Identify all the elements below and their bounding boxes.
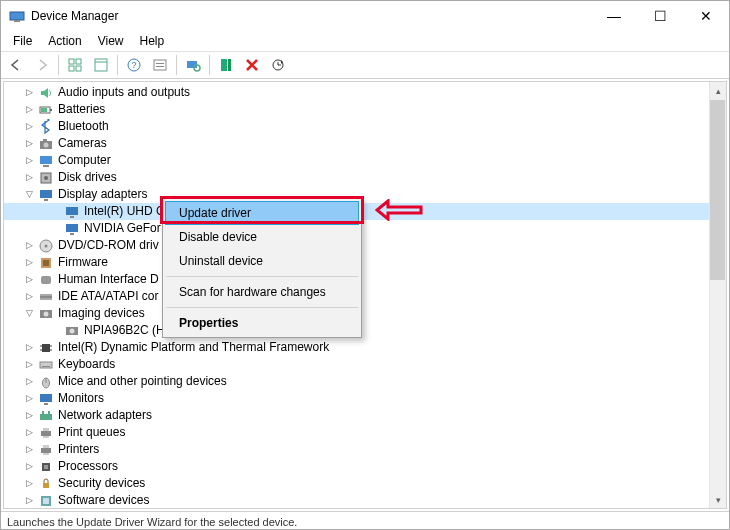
svg-point-42 [44, 311, 49, 316]
expand-icon[interactable]: ▷ [24, 291, 35, 302]
menu-uninstall-device[interactable]: Uninstall device [165, 249, 359, 273]
audio-icon [38, 85, 54, 101]
device-category[interactable]: ▷Computer [4, 152, 726, 169]
help-icon[interactable]: ? [122, 53, 146, 77]
svg-rect-19 [50, 109, 52, 111]
expand-icon[interactable]: ▷ [24, 172, 35, 183]
expand-icon[interactable]: ▷ [24, 121, 35, 132]
software-icon [38, 493, 54, 509]
net-icon [38, 408, 54, 424]
expand-icon[interactable]: ▷ [24, 444, 35, 455]
menu-view[interactable]: View [90, 32, 132, 50]
device-category[interactable]: ▽Imaging devices [4, 305, 726, 322]
expand-icon[interactable]: ▷ [24, 138, 35, 149]
device-category[interactable]: ▷Audio inputs and outputs [4, 84, 726, 101]
svg-rect-30 [66, 207, 78, 215]
device-category[interactable]: ▽Display adapters [4, 186, 726, 203]
expand-icon[interactable]: ▷ [24, 376, 35, 387]
device-category[interactable]: ▷Security devices [4, 475, 726, 492]
menu-scan-hardware[interactable]: Scan for hardware changes [165, 280, 359, 304]
device-category[interactable]: ▷Printers [4, 441, 726, 458]
scroll-down-icon[interactable]: ▾ [710, 491, 727, 508]
expand-icon[interactable]: ▷ [24, 410, 35, 421]
scroll-thumb[interactable] [710, 100, 725, 280]
device-category[interactable]: ▷Network adapters [4, 407, 726, 424]
device-category[interactable]: ▷IDE ATA/ATAPI cor [4, 288, 726, 305]
device-category[interactable]: ▷Software devices [4, 492, 726, 509]
window-controls: — ☐ ✕ [591, 1, 729, 31]
svg-rect-59 [41, 431, 51, 436]
expand-icon[interactable]: ▷ [24, 274, 35, 285]
status-text: Launches the Update Driver Wizard for th… [7, 516, 297, 528]
device-category[interactable]: ▷Intel(R) Dynamic Platform and Thermal F… [4, 339, 726, 356]
device-category[interactable]: ▷DVD/CD-ROM driv [4, 237, 726, 254]
device-category[interactable]: ▷Cameras [4, 135, 726, 152]
menu-action[interactable]: Action [40, 32, 89, 50]
menu-file[interactable]: File [5, 32, 40, 50]
expand-icon[interactable]: ▷ [24, 104, 35, 115]
close-button[interactable]: ✕ [683, 1, 729, 31]
expand-icon[interactable]: ▽ [24, 308, 35, 319]
expand-icon[interactable]: ▷ [24, 393, 35, 404]
tree-item-label: Security devices [58, 475, 145, 492]
device-item[interactable]: NVIDIA GeFor [4, 220, 726, 237]
menu-disable-device[interactable]: Disable device [165, 225, 359, 249]
titlebar[interactable]: Device Manager — ☐ ✕ [1, 1, 729, 31]
svg-rect-61 [43, 436, 49, 438]
forward-button[interactable] [30, 53, 54, 77]
tree-item-label: Human Interface D [58, 271, 159, 288]
expand-icon[interactable]: ▷ [24, 257, 35, 268]
scan-hardware-icon[interactable] [181, 53, 205, 77]
device-category[interactable]: ▷Human Interface D [4, 271, 726, 288]
device-category[interactable]: ▷Monitors [4, 390, 726, 407]
svg-rect-38 [41, 276, 51, 284]
device-category[interactable]: ▷Disk drives [4, 169, 726, 186]
device-item[interactable]: Intel(R) UHD G [4, 203, 726, 220]
device-category[interactable]: ▷Processors [4, 458, 726, 475]
expand-icon[interactable]: ▷ [24, 427, 35, 438]
expand-icon[interactable]: ▷ [24, 155, 35, 166]
uninstall-icon[interactable] [240, 53, 264, 77]
update-driver-icon[interactable] [266, 53, 290, 77]
device-item[interactable]: NPIA96B2C (H. [4, 322, 726, 339]
menu-separator [166, 307, 358, 308]
expand-icon[interactable]: ▷ [24, 240, 35, 251]
device-category[interactable]: ▷Batteries [4, 101, 726, 118]
toolbar-icon[interactable] [148, 53, 172, 77]
expand-icon[interactable]: ▷ [24, 342, 35, 353]
svg-rect-66 [44, 465, 48, 469]
separator [117, 55, 118, 75]
device-tree[interactable]: ▷Audio inputs and outputs▷Batteries▷Blue… [4, 82, 726, 509]
menu-help[interactable]: Help [132, 32, 173, 50]
expand-icon[interactable]: ▷ [24, 461, 35, 472]
device-category[interactable]: ▷Firmware [4, 254, 726, 271]
imaging-icon [38, 306, 54, 322]
device-category[interactable]: ▷Print queues [4, 424, 726, 441]
svg-rect-60 [43, 428, 49, 431]
properties-icon[interactable] [89, 53, 113, 77]
scroll-up-icon[interactable]: ▴ [710, 82, 727, 99]
svg-rect-29 [44, 199, 48, 201]
svg-rect-25 [43, 165, 49, 167]
minimize-button[interactable]: — [591, 1, 637, 31]
show-hidden-icon[interactable] [63, 53, 87, 77]
tree-item-label: Disk drives [58, 169, 117, 186]
expand-icon[interactable]: ▷ [24, 495, 35, 506]
expand-icon[interactable]: ▽ [24, 189, 35, 200]
expand-icon[interactable]: ▷ [24, 359, 35, 370]
device-category[interactable]: ▷Bluetooth [4, 118, 726, 135]
svg-rect-51 [42, 366, 50, 367]
expand-icon [50, 206, 61, 217]
device-category[interactable]: ▷Keyboards [4, 356, 726, 373]
expand-icon[interactable]: ▷ [24, 87, 35, 98]
device-category[interactable]: ▷Mice and other pointing devices [4, 373, 726, 390]
back-button[interactable] [4, 53, 28, 77]
enable-icon[interactable] [214, 53, 238, 77]
menu-update-driver[interactable]: Update driver [165, 201, 359, 225]
svg-rect-57 [42, 411, 44, 414]
vertical-scrollbar[interactable]: ▴ ▾ [709, 82, 726, 508]
maximize-button[interactable]: ☐ [637, 1, 683, 31]
expand-icon[interactable]: ▷ [24, 478, 35, 489]
svg-rect-67 [43, 483, 49, 488]
menu-properties[interactable]: Properties [165, 311, 359, 335]
